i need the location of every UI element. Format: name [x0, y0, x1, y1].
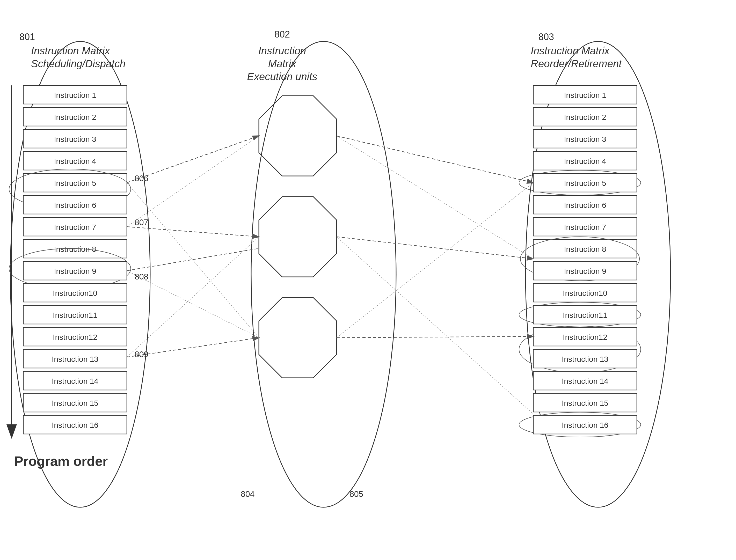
- left-instr-label-5: Instruction 5: [54, 179, 96, 187]
- left-instr-label-1: Instruction 1: [54, 91, 96, 99]
- label-806: 806: [135, 174, 148, 183]
- left-instr-label-13: Instruction 13: [52, 355, 98, 363]
- right-instr-label-5: Instruction 5: [564, 179, 606, 187]
- center-title-line2: Matrix: [268, 58, 297, 69]
- label-804: 804: [241, 489, 254, 499]
- program-order-label: Program order: [14, 454, 108, 469]
- right-instr-label-3: Instruction 3: [564, 135, 606, 143]
- left-instr-label-2: Instruction 2: [54, 113, 96, 121]
- left-instr-label-7: Instruction 7: [54, 223, 96, 231]
- right-instr-label-14: Instruction 14: [562, 377, 608, 385]
- label-807: 807: [135, 218, 148, 227]
- right-instr-label-10: Instruction10: [563, 289, 607, 297]
- left-instr-label-3: Instruction 3: [54, 135, 96, 143]
- right-instr-label-7: Instruction 7: [564, 223, 606, 231]
- left-instr-label-6: Instruction 6: [54, 201, 96, 209]
- left-instr-label-14: Instruction 14: [52, 377, 98, 385]
- right-instr-label-8: Instruction 8: [564, 245, 606, 253]
- label-809: 809: [135, 350, 148, 359]
- label-808: 808: [135, 272, 148, 281]
- right-title-line1: Instruction Matrix: [531, 45, 610, 56]
- center-title-line1: Instruction: [258, 45, 306, 56]
- right-instr-label-6: Instruction 6: [564, 201, 606, 209]
- left-instr-label-11: Instruction11: [53, 311, 97, 319]
- left-instr-label-16: Instruction 16: [52, 421, 98, 429]
- right-instr-label-15: Instruction 15: [562, 399, 608, 407]
- ref-803: 803: [539, 32, 554, 42]
- left-instr-label-4: Instruction 4: [54, 157, 96, 165]
- left-title-line2: Scheduling/Dispatch: [31, 58, 126, 69]
- left-instr-label-15: Instruction 15: [52, 399, 98, 407]
- right-instr-label-11: Instruction11: [563, 311, 607, 319]
- right-instr-label-12: Instruction12: [563, 333, 607, 341]
- right-instr-label-16: Instruction 16: [562, 421, 608, 429]
- label-805: 805: [349, 489, 363, 499]
- right-instr-label-2: Instruction 2: [564, 113, 606, 121]
- right-title-line2: Reorder/Retirement: [531, 58, 622, 69]
- left-instr-label-12: Instruction12: [53, 333, 97, 341]
- left-instr-label-10: Instruction10: [53, 289, 97, 297]
- right-instr-label-4: Instruction 4: [564, 157, 606, 165]
- right-instr-label-1: Instruction 1: [564, 91, 606, 99]
- left-instr-label-8: Instruction 8: [54, 245, 96, 253]
- left-instr-label-9: Instruction 9: [54, 267, 96, 275]
- ref-801: 801: [19, 32, 35, 42]
- left-title-line1: Instruction Matrix: [31, 45, 110, 56]
- right-instr-label-13: Instruction 13: [562, 355, 608, 363]
- ref-802: 802: [274, 29, 290, 40]
- right-instr-label-9: Instruction 9: [564, 267, 606, 275]
- center-title-line3: Execution units: [247, 71, 317, 82]
